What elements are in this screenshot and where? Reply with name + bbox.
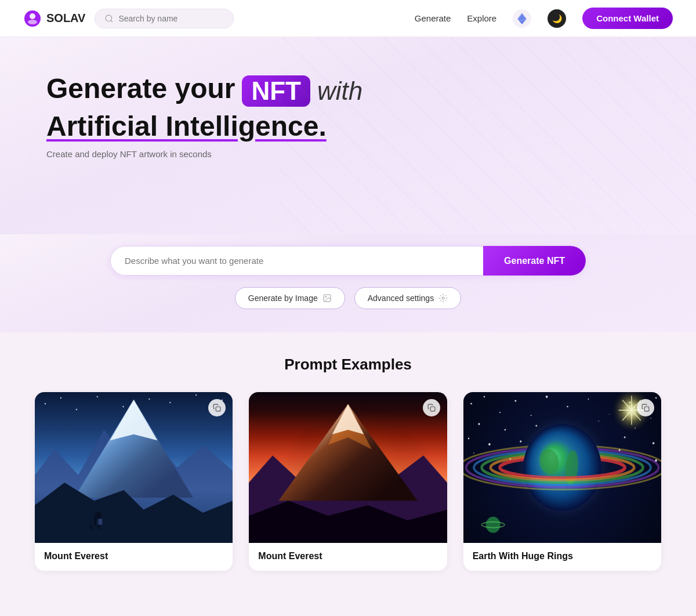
- prompt-examples-section: Prompt Examples Mount Everest: [0, 332, 696, 594]
- cards-grid: Mount Everest Mount Everest: [35, 392, 661, 571]
- hero-section: Generate your NFT with Artificial Intell…: [0, 37, 696, 234]
- copy-icon-2: [427, 404, 436, 412]
- card-3-canvas: [463, 392, 661, 543]
- hero-ai-title: Artificial Intelligence.: [46, 110, 650, 142]
- generate-section: Generate NFT Generate by Image Advanced …: [0, 234, 696, 332]
- hero-description: Create and deploy NFT artwork in seconds: [46, 149, 650, 159]
- search-icon: [104, 14, 114, 23]
- generate-nft-button[interactable]: Generate NFT: [483, 246, 586, 276]
- nav-generate-link[interactable]: Generate: [415, 13, 451, 23]
- generate-options-row: Generate by Image Advanced settings: [235, 287, 461, 309]
- card-1-title: Mount Everest: [35, 543, 233, 571]
- search-bar: [95, 9, 234, 28]
- card-3-title: Earth With Huge Rings: [463, 543, 661, 571]
- svg-point-2: [28, 20, 37, 24]
- card-3-image-wrapper: [463, 392, 661, 543]
- hero-with-text: with: [317, 77, 362, 106]
- advanced-settings-button[interactable]: Advanced settings: [354, 287, 461, 309]
- svg-point-1: [30, 13, 35, 19]
- svg-point-3: [106, 15, 112, 21]
- navbar-left: SOLAV: [23, 9, 234, 28]
- card-1: Mount Everest: [35, 392, 233, 571]
- svg-rect-8: [430, 407, 435, 411]
- card-2-image-wrapper: [249, 392, 447, 543]
- generate-input-row: Generate NFT: [110, 246, 586, 276]
- svg-point-5: [325, 296, 326, 298]
- search-input[interactable]: [118, 14, 224, 23]
- card-3-copy-button[interactable]: [637, 399, 654, 416]
- logo-icon: [23, 9, 42, 28]
- generate-by-image-label: Generate by Image: [248, 293, 318, 303]
- hero-title-line1: Generate your NFT with: [46, 72, 650, 110]
- nav-explore-link[interactable]: Explore: [467, 13, 496, 23]
- copy-icon-3: [641, 404, 650, 412]
- connect-wallet-button[interactable]: Connect Wallet: [582, 8, 673, 29]
- logo[interactable]: SOLAV: [23, 9, 85, 28]
- card-1-canvas: [35, 392, 233, 543]
- logo-text: SOLAV: [46, 12, 85, 25]
- navbar: SOLAV Generate Explore 🌙 Connect Wallet: [0, 0, 696, 37]
- svg-rect-9: [644, 407, 649, 411]
- generate-input[interactable]: [110, 246, 483, 276]
- dark-mode-toggle[interactable]: 🌙: [548, 9, 566, 28]
- image-icon: [322, 293, 332, 303]
- card-1-image-wrapper: [35, 392, 233, 543]
- generate-by-image-button[interactable]: Generate by Image: [235, 287, 345, 309]
- card-3: Earth With Huge Rings: [463, 392, 661, 571]
- prompt-examples-title: Prompt Examples: [35, 356, 661, 374]
- card-2-canvas: [249, 392, 447, 543]
- card-2-copy-button[interactable]: [423, 399, 440, 416]
- hero-title-start: Generate your: [46, 72, 235, 106]
- ethereum-icon[interactable]: [513, 9, 531, 28]
- settings-icon: [438, 293, 448, 303]
- svg-rect-7: [216, 407, 221, 411]
- navbar-right: Generate Explore 🌙 Connect Wallet: [415, 8, 673, 29]
- card-2-title: Mount Everest: [249, 543, 447, 571]
- nft-badge: NFT: [242, 75, 310, 107]
- copy-icon: [213, 404, 221, 412]
- advanced-settings-label: Advanced settings: [368, 293, 434, 303]
- svg-point-6: [442, 297, 444, 299]
- card-2: Mount Everest: [249, 392, 447, 571]
